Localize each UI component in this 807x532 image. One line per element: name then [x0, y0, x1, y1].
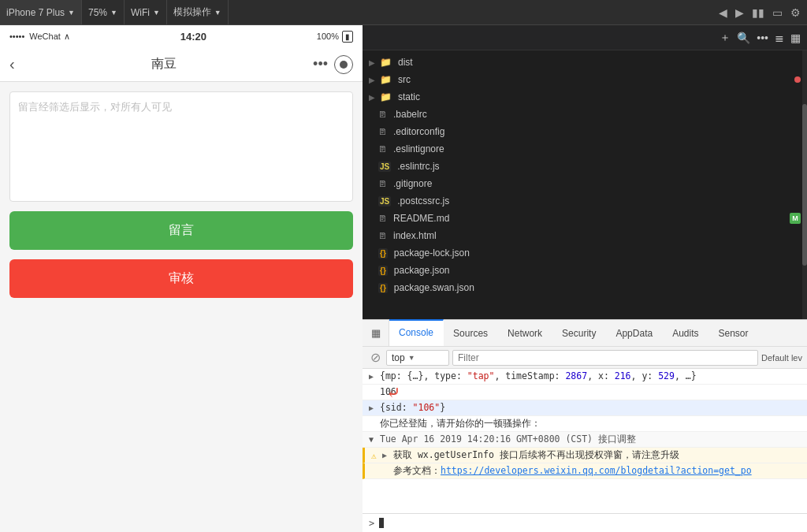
- file-tree-item-gitignore[interactable]: 🖹 .gitignore: [363, 175, 807, 192]
- split-icon[interactable]: ▭: [772, 6, 783, 19]
- battery-label: 100%: [317, 32, 339, 41]
- file-tree-item-postcssrc[interactable]: JS .postcssrc.js: [363, 192, 807, 210]
- expand-icon-collapse[interactable]: ▼: [369, 435, 377, 444]
- file-tree-item-packageswan[interactable]: {} package.swan.json: [363, 279, 807, 296]
- file-tree-item-editorconfig[interactable]: 🖹 .editorconfig: [363, 123, 807, 140]
- json-file-icon: {}: [378, 283, 388, 293]
- context-chevron-icon: ▼: [408, 354, 415, 362]
- right-panel: ＋ 🔍 ••• ≣ ▦ ▶ 📁 dist ▶ 📁 src: [363, 25, 807, 532]
- console-line-7[interactable]: ⚠ ▶ 参考文档：https://developers.weixin.qq.co…: [363, 463, 807, 479]
- tab-appdata[interactable]: AppData: [606, 320, 663, 347]
- more-icon[interactable]: •••: [757, 32, 768, 44]
- file-name: package.swan.json: [394, 282, 474, 293]
- tab-audits[interactable]: Audits: [663, 320, 708, 347]
- console-line-6[interactable]: ⚠ ▶ 获取 wx.getUserInfo 接口后续将不再出现授权弹窗，请注意升…: [363, 448, 807, 463]
- settings-icon[interactable]: ⚙: [790, 6, 801, 19]
- doc-link[interactable]: https://developers.weixin.qq.com/blogdet…: [441, 465, 752, 476]
- file-tree-item-readme[interactable]: 🖹 README.md M: [363, 210, 807, 227]
- plus-icon[interactable]: ＋: [720, 31, 731, 45]
- file-tree-item-src[interactable]: ▶ 📁 src: [363, 71, 807, 88]
- file-icon: 🖹: [378, 127, 387, 136]
- wifi-icon: ∧: [64, 32, 70, 42]
- devtools-panel: ▦ Console Sources Network Security AppDa…: [363, 319, 807, 532]
- record-button[interactable]: [334, 55, 353, 74]
- expand-icon[interactable]: ▶: [382, 451, 390, 459]
- file-name: .eslintignore: [393, 143, 444, 154]
- console-line-1[interactable]: ▶ {mp: {…}, type: "tap", timeStamp: 2867…: [363, 369, 807, 385]
- forward-icon[interactable]: ▶: [735, 6, 744, 19]
- default-level-label: Default lev: [761, 353, 802, 363]
- console-line-5[interactable]: ▼ Tue Apr 16 2019 14:20:16 GMT+0800 (CST…: [363, 432, 807, 448]
- expand-icon[interactable]: ▶: [369, 404, 377, 412]
- file-name: .gitignore: [393, 178, 432, 189]
- file-tree-item-packagelock[interactable]: {} package-lock.json: [363, 244, 807, 262]
- no-expand: ⚠: [371, 467, 379, 475]
- network-label: WiFi: [131, 7, 150, 18]
- file-tree-item-static[interactable]: ▶ 📁 static: [363, 88, 807, 106]
- back-button[interactable]: ‹: [9, 55, 15, 73]
- tab-console[interactable]: Console: [389, 319, 444, 346]
- battery-icon: ▮: [342, 31, 353, 43]
- iphone-simulator: ••••• WeChat ∧ 14:20 100% ▮ ‹ 南豆 •••: [0, 25, 363, 532]
- scrollbar-track: [802, 50, 807, 319]
- console-line-3[interactable]: ▶ {sid: "106"}: [363, 400, 807, 416]
- file-tree-item-eslintignore[interactable]: 🖹 .eslintignore: [363, 140, 807, 158]
- comment-input[interactable]: 留言经筛选后显示，对所有人可见: [9, 91, 353, 202]
- devtools-toolbar: ⊘ top ▼ Default lev: [363, 347, 807, 369]
- tab-sensor[interactable]: Sensor: [709, 320, 759, 347]
- back-icon[interactable]: ◀: [719, 6, 727, 19]
- more-button[interactable]: •••: [313, 56, 328, 73]
- console-output: ▶ {mp: {…}, type: "tap", timeStamp: 2867…: [363, 369, 807, 513]
- device-selector[interactable]: iPhone 7 Plus ▼: [0, 0, 82, 24]
- console-text: 你已经登陆，请开始你的一顿骚操作：: [380, 418, 801, 430]
- signal-dots: •••••: [9, 32, 24, 42]
- console-text: 106: [380, 386, 801, 397]
- list-icon[interactable]: ≣: [775, 32, 784, 44]
- console-prompt: >: [363, 513, 807, 532]
- split-icon[interactable]: ▦: [790, 32, 801, 44]
- file-tree-item-babelrc[interactable]: 🖹 .babelrc: [363, 106, 807, 123]
- status-battery: 100% ▮: [317, 31, 353, 43]
- context-label: top: [392, 352, 405, 363]
- iphone-navbar: ‹ 南豆 •••: [0, 47, 363, 82]
- file-name: index.html: [393, 230, 437, 241]
- tab-network[interactable]: Network: [498, 320, 552, 347]
- network-selector[interactable]: WiFi ▼: [125, 0, 167, 24]
- tab-sources[interactable]: Sources: [444, 320, 498, 347]
- file-tree-item-dist[interactable]: ▶ 📁 dist: [363, 54, 807, 71]
- folder-arrow-icon: ▶: [369, 76, 375, 84]
- filter-input[interactable]: [452, 350, 758, 366]
- search-icon[interactable]: 🔍: [737, 32, 750, 44]
- tab-security[interactable]: Security: [552, 320, 606, 347]
- zoom-label: 75%: [88, 7, 107, 18]
- expand-icon[interactable]: ▶: [369, 372, 377, 381]
- zoom-chevron-icon: ▼: [110, 9, 117, 17]
- review-button[interactable]: 审核: [9, 259, 353, 298]
- network-chevron-icon: ▼: [153, 9, 160, 17]
- scrollbar-thumb[interactable]: [802, 104, 807, 266]
- message-button[interactable]: 留言: [9, 211, 353, 250]
- nav-title: 南豆: [151, 56, 177, 73]
- file-icon: 🖹: [378, 214, 387, 223]
- file-tree-item-packagejson[interactable]: {} package.json: [363, 262, 807, 279]
- json-file-icon: {}: [378, 248, 388, 259]
- console-line-2[interactable]: ▶ 106 ⤶: [363, 385, 807, 400]
- iphone-frame: ••••• WeChat ∧ 14:20 100% ▮ ‹ 南豆 •••: [0, 25, 363, 532]
- json-file-icon: {}: [378, 266, 388, 276]
- devtools-inspect-icon[interactable]: ▦: [363, 320, 389, 347]
- clear-console-button[interactable]: ⊘: [367, 350, 383, 366]
- file-name: static: [398, 91, 420, 102]
- file-icon: 🖹: [378, 179, 387, 188]
- layout-icon[interactable]: ▮▮: [752, 6, 764, 19]
- status-signal: ••••• WeChat ∧: [9, 32, 70, 42]
- context-selector[interactable]: top ▼: [386, 350, 449, 366]
- file-tree-item-indexhtml[interactable]: 🖹 index.html: [363, 227, 807, 244]
- zoom-selector[interactable]: 75% ▼: [82, 0, 125, 24]
- file-name: README.md: [393, 213, 449, 224]
- no-expand2: ▶: [382, 467, 390, 475]
- top-toolbar: iPhone 7 Plus ▼ 75% ▼ WiFi ▼ 模拟操作 ▼ ◀ ▶ …: [0, 0, 807, 25]
- file-tree-item-eslintrc[interactable]: JS .eslintrc.js: [363, 158, 807, 175]
- console-line-4[interactable]: ▶ 你已经登陆，请开始你的一顿骚操作：: [363, 416, 807, 432]
- mode-selector[interactable]: 模拟操作 ▼: [167, 0, 229, 24]
- file-name: dist: [398, 57, 413, 68]
